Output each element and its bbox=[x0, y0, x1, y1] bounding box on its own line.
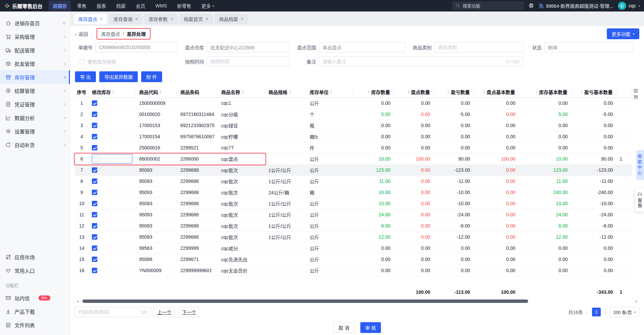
cell-checked[interactable] bbox=[88, 220, 136, 231]
close-icon[interactable]: × bbox=[100, 16, 103, 22]
sidebar-shortcut[interactable]: 应用市场 bbox=[0, 250, 70, 264]
table-row[interactable]: 11950932299688cqc批次1公斤/公斤公斤24.000.00-24.… bbox=[75, 209, 632, 220]
table-row[interactable]: 16YN000009229999999601cqc无会员价公斤0.000.000… bbox=[75, 265, 632, 276]
snapshot-time-input[interactable] bbox=[210, 59, 286, 64]
sort-icon[interactable]: ▲▼ bbox=[367, 90, 370, 94]
row-checkbox[interactable] bbox=[92, 112, 97, 117]
snapshot-checkbox[interactable] bbox=[80, 59, 85, 64]
collapse-icon[interactable]: « bbox=[63, 20, 66, 26]
tab-商品档案[interactable]: 商品档案× bbox=[215, 14, 248, 24]
column-settings-button[interactable]: 列 bbox=[632, 86, 639, 102]
table-row[interactable]: 9950932299688cqc批次24公斤/箱箱10.000.00-10.00… bbox=[75, 187, 632, 198]
attachment-button[interactable]: 附 件 bbox=[141, 71, 162, 82]
cell-checked[interactable] bbox=[88, 153, 136, 164]
cell-checked[interactable] bbox=[88, 187, 136, 198]
col-header-name[interactable]: 商品名称▲▼ bbox=[218, 86, 265, 97]
sort-icon[interactable]: ▲▼ bbox=[407, 90, 410, 94]
col-header-code[interactable]: 商品代码▲▼ bbox=[136, 86, 177, 97]
more-actions-button[interactable]: 更多功能▾ bbox=[607, 28, 639, 39]
table-row[interactable]: 11500000009cqc1公斤0.000.000.000.000.000.0… bbox=[75, 98, 632, 109]
col-header-count[interactable]: ▲▼盘点数量 bbox=[394, 86, 434, 97]
cell-checked[interactable] bbox=[88, 120, 136, 131]
row-checkbox[interactable] bbox=[92, 100, 97, 106]
table-row[interactable]: 3170001536921233902975cqc绿豆瓶0.000.000.00… bbox=[75, 120, 632, 131]
cell-checked[interactable] bbox=[88, 243, 136, 254]
scrollbar-track[interactable] bbox=[80, 299, 634, 303]
cell-checked[interactable] bbox=[88, 209, 136, 220]
row-checkbox[interactable] bbox=[92, 201, 97, 206]
next-button[interactable]: 下一个 bbox=[178, 307, 200, 317]
scrollbar-thumb[interactable] bbox=[82, 300, 528, 303]
close-icon[interactable]: × bbox=[135, 16, 138, 22]
sidebar-item[interactable]: 批发管理› bbox=[0, 57, 70, 70]
snapshot-checkbox-label[interactable]: 使用库存快照 bbox=[75, 58, 184, 65]
table-row[interactable]: 2001000206972160311484cqc分级个5.000.00-5.0… bbox=[75, 109, 632, 120]
col-header-pl_base[interactable]: ▲▼盈亏基本数量 bbox=[571, 86, 616, 97]
cell-checked[interactable] bbox=[88, 254, 136, 265]
sort-icon[interactable]: ▲▼ bbox=[535, 90, 538, 94]
table-row[interactable]: 13950932299688cqc批次1公斤/公斤公斤12.000.00-12.… bbox=[75, 232, 632, 243]
cell-checked[interactable] bbox=[88, 198, 136, 209]
sort-icon[interactable]: ▲▼ bbox=[330, 90, 332, 94]
scroll-left-icon[interactable]: ◂ bbox=[75, 300, 80, 303]
row-checkbox[interactable] bbox=[92, 268, 97, 273]
export-button[interactable]: 导 出 bbox=[75, 71, 96, 82]
table-row[interactable]: 5250000162299521cqc77件0.000.000.000.000.… bbox=[75, 142, 632, 153]
cell-checked[interactable] bbox=[88, 165, 136, 175]
page-number[interactable]: 1 bbox=[592, 308, 601, 316]
sidebar-item[interactable]: 配送管理› bbox=[0, 43, 70, 57]
table-row[interactable]: 15950862299671cqc先进先出公斤0.000.000.000.000… bbox=[75, 254, 632, 265]
page-prev-icon[interactable]: ‹ bbox=[586, 309, 589, 315]
col-header-stock_base[interactable]: ▲▼库存基本数量 bbox=[519, 86, 571, 97]
scope-input[interactable] bbox=[323, 45, 402, 50]
sort-icon[interactable]: ▲▼ bbox=[581, 90, 583, 94]
find-product-input[interactable] bbox=[78, 309, 138, 315]
sidebar-item[interactable]: 采购管理› bbox=[0, 30, 70, 43]
table-row[interactable]: 6660000022266000cqc盘点公斤10.00100.0090.001… bbox=[75, 153, 632, 165]
breadcrumb-parent[interactable]: 库存盘点 bbox=[101, 30, 120, 37]
remark-input[interactable] bbox=[323, 59, 504, 64]
sidebar-footer-item[interactable]: 产品下载 bbox=[0, 305, 70, 318]
top-menu-item[interactable]: 新零售 bbox=[173, 1, 195, 11]
export-diff-button[interactable]: 导出差异数据 bbox=[99, 71, 138, 82]
cell-checked[interactable] bbox=[88, 131, 136, 142]
table-row[interactable]: 8950932299688cqc批次1公斤/公斤公斤11.000.00-11.0… bbox=[75, 176, 632, 187]
col-header-unit[interactable]: 库存单位▲▼ bbox=[306, 86, 353, 97]
sidebar-item[interactable]: 数据分析› bbox=[0, 111, 70, 124]
sidebar-footer-item[interactable]: 站内信99+ bbox=[0, 291, 70, 305]
help-center-tab[interactable]: 帮助中心 bbox=[636, 150, 644, 180]
cell-checked[interactable] bbox=[88, 176, 136, 187]
row-checkbox[interactable] bbox=[92, 167, 97, 173]
top-menu-item[interactable]: 档案 bbox=[112, 1, 130, 11]
top-menu-item[interactable]: 进销存 bbox=[49, 1, 71, 11]
tab-档案首页[interactable]: 档案首页× bbox=[180, 14, 212, 24]
row-checkbox[interactable] bbox=[92, 145, 97, 150]
top-menu-item[interactable]: 会员 bbox=[132, 1, 149, 11]
sort-icon[interactable]: ▲▼ bbox=[159, 90, 162, 94]
sidebar-item[interactable]: 凭证管理› bbox=[0, 97, 70, 111]
row-checkbox[interactable] bbox=[92, 234, 97, 240]
table-row[interactable]: 4170001546975876610087cqc柠檬箱fz0.000.000.… bbox=[75, 131, 632, 142]
top-menu-item[interactable]: 零售 bbox=[73, 1, 91, 11]
sort-icon[interactable]: ▲▼ bbox=[289, 90, 291, 94]
sort-icon[interactable]: ▲▼ bbox=[483, 90, 485, 94]
prev-button[interactable]: 上一个 bbox=[154, 307, 175, 317]
row-checkbox[interactable] bbox=[92, 212, 97, 217]
sidebar-item[interactable]: 自动补货› bbox=[0, 138, 70, 151]
scroll-right-icon[interactable]: ▸ bbox=[634, 300, 639, 303]
sort-icon[interactable]: ▲▼ bbox=[241, 90, 244, 94]
close-icon[interactable]: × bbox=[170, 16, 173, 22]
col-header-stock[interactable]: ▲▼库存数量 bbox=[353, 86, 394, 97]
cancel-button[interactable]: 取 消 bbox=[333, 322, 355, 333]
sidebar-item[interactable]: 库存管理› bbox=[0, 70, 70, 84]
sidebar-item[interactable]: 设置管理› bbox=[0, 124, 70, 138]
table-row[interactable]: 12950932299688cqc批次1公斤/公斤公斤8.000.00-8.00… bbox=[75, 220, 632, 232]
warehouse-input[interactable] bbox=[210, 45, 286, 50]
sidebar-item[interactable]: 进销存首页« bbox=[0, 16, 70, 30]
tab-库存盘点[interactable]: 库存盘点× bbox=[74, 14, 107, 24]
sort-icon[interactable]: ▲▼ bbox=[447, 90, 449, 94]
row-checkbox[interactable] bbox=[92, 178, 97, 184]
cell-checked[interactable] bbox=[88, 142, 136, 153]
store-switcher[interactable]: 99664-新界面商超版测试-管理... bbox=[539, 2, 613, 9]
page-size-select[interactable]: 200 条/页▾ bbox=[610, 307, 639, 317]
